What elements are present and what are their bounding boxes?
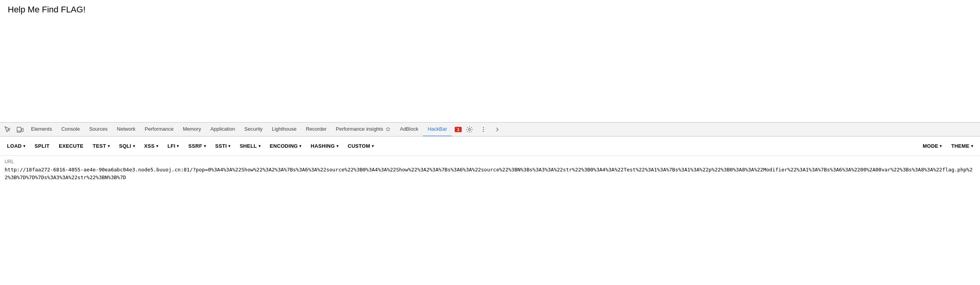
url-label: URL [5,159,975,164]
svg-point-4 [483,127,484,128]
tab-performance-insights[interactable]: Performance insights [331,123,395,136]
devtools-panel: Elements Console Sources Network Perform… [0,122,980,285]
settings-icon[interactable] [463,123,476,136]
svg-point-3 [469,128,471,130]
tab-application[interactable]: Application [206,123,240,136]
hashing-button[interactable]: HASHING ▾ [307,141,342,151]
load-button[interactable]: LOAD ▾ [3,141,29,151]
theme-arrow: ▾ [971,144,973,148]
lfi-button[interactable]: LFI ▾ [164,141,183,151]
sqli-arrow: ▾ [133,144,135,148]
encoding-button[interactable]: ENCODING ▾ [266,141,305,151]
custom-arrow: ▾ [372,144,374,148]
tab-lighthouse[interactable]: Lighthouse [267,123,301,136]
tab-console[interactable]: Console [57,123,85,136]
tab-security[interactable]: Security [240,123,267,136]
encoding-arrow: ▾ [299,144,301,148]
xss-arrow: ▾ [156,144,158,148]
url-value[interactable]: http://18faa272-6816-4055-ae4e-90ea6abc0… [5,166,975,181]
shell-arrow: ▾ [259,144,261,148]
tab-recorder[interactable]: Recorder [301,123,331,136]
page-content: Help Me Find FLAG! [0,0,980,122]
hackbar-toolbar: LOAD ▾ SPLIT EXECUTE TEST ▾ SQLI ▾ XSS ▾ [0,136,980,156]
execute-button[interactable]: EXECUTE [55,141,88,151]
custom-button[interactable]: CUSTOM ▾ [344,141,378,151]
load-arrow: ▾ [23,144,25,148]
ssti-button[interactable]: SSTI ▾ [211,141,234,151]
mode-arrow: ▾ [940,144,942,148]
tab-hackbar[interactable]: HackBar [423,123,452,136]
lfi-arrow: ▾ [177,144,179,148]
ssti-arrow: ▾ [228,144,230,148]
page-title: Help Me Find FLAG! [8,5,972,15]
sqli-button[interactable]: SQLI ▾ [115,141,139,151]
hashing-arrow: ▾ [336,144,338,148]
tab-sources[interactable]: Sources [85,123,112,136]
devtools-tab-bar: Elements Console Sources Network Perform… [0,123,980,136]
split-button[interactable]: SPLIT [31,141,53,151]
inspect-icon[interactable] [2,123,14,136]
device-icon[interactable] [14,123,26,136]
tab-elements[interactable]: Elements [26,123,57,136]
test-button[interactable]: TEST ▾ [89,141,114,151]
mode-button[interactable]: MODE ▾ [919,141,946,151]
close-devtools-icon[interactable] [491,123,504,136]
tab-network[interactable]: Network [112,123,140,136]
more-icon[interactable] [477,123,490,136]
hackbar-url-area: URL http://18faa272-6816-4055-ae4e-90ea6… [0,156,980,285]
shell-button[interactable]: SHELL ▾ [236,141,264,151]
test-arrow: ▾ [108,144,110,148]
hackbar-main: LOAD ▾ SPLIT EXECUTE TEST ▾ SQLI ▾ XSS ▾ [0,136,980,285]
ssrf-button[interactable]: SSRF ▾ [185,141,210,151]
error-badge: 1 [455,127,462,132]
theme-button[interactable]: THEME ▾ [947,141,977,151]
xss-button[interactable]: XSS ▾ [140,141,162,151]
ssrf-arrow: ▾ [204,144,206,148]
svg-point-5 [483,129,484,130]
tab-performance[interactable]: Performance [140,123,178,136]
tab-memory[interactable]: Memory [178,123,206,136]
svg-point-6 [483,131,484,132]
devtools-right-icons: 1 [455,123,504,136]
svg-rect-0 [17,127,21,132]
tab-adblock[interactable]: AdBlock [395,123,423,136]
svg-rect-1 [22,128,23,131]
